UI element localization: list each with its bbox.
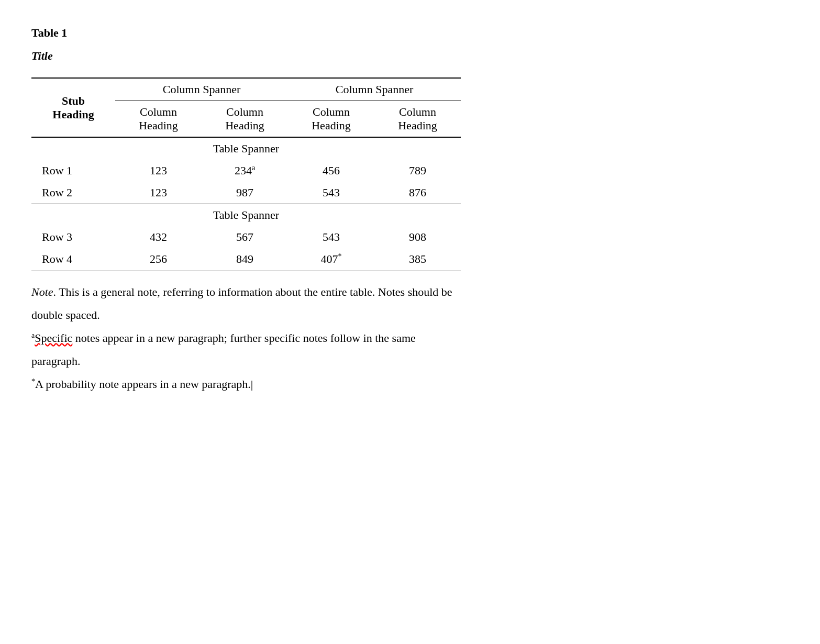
probability-note: *A probability note appears in a new par… bbox=[31, 373, 461, 396]
table-spanner-2: Table Spanner bbox=[31, 204, 461, 227]
row-2-col1: 123 bbox=[115, 182, 202, 204]
specific-note-rest: notes appear in a new paragraph; further… bbox=[31, 331, 416, 368]
row-3-col2: 567 bbox=[202, 226, 288, 248]
general-note-text: . This is a general note, referring to i… bbox=[31, 285, 452, 321]
main-table: StubHeading Column Spanner Column Spanne… bbox=[31, 77, 461, 271]
specific-note-text: Specific bbox=[35, 331, 72, 345]
note-label: Note bbox=[31, 285, 53, 298]
row-2-col2: 987 bbox=[202, 182, 288, 204]
table-row: Row 2 123 987 543 876 bbox=[31, 182, 461, 204]
row-2-col3: 543 bbox=[288, 182, 374, 204]
table-row: Row 3 432 567 543 908 bbox=[31, 226, 461, 248]
row-1-col3: 456 bbox=[288, 160, 374, 182]
col-head-3: ColumnHeading bbox=[288, 101, 374, 138]
col-spanner-1: Column Spanner bbox=[115, 78, 288, 101]
row-4-col4: 385 bbox=[374, 248, 461, 271]
table-spanner-1: Table Spanner bbox=[31, 137, 461, 160]
row-3-col1: 432 bbox=[115, 226, 202, 248]
general-note: Note. This is a general note, referring … bbox=[31, 281, 461, 327]
table-label: Table 1 bbox=[31, 26, 789, 40]
col-head-1: ColumnHeading bbox=[115, 101, 202, 138]
row-2-col4: 876 bbox=[374, 182, 461, 204]
table-spanner-2-row: Table Spanner bbox=[31, 204, 461, 227]
row-4-col3: 407* bbox=[288, 248, 374, 271]
table-row: Row 4 256 849 407* 385 bbox=[31, 248, 461, 271]
probability-note-sup: * bbox=[31, 377, 35, 385]
row-4-stub: Row 4 bbox=[31, 248, 115, 271]
table-spanner-1-row: Table Spanner bbox=[31, 137, 461, 160]
superscript-a: a bbox=[252, 164, 255, 172]
table-title: Title bbox=[31, 49, 789, 63]
text-cursor bbox=[251, 377, 253, 391]
superscript-asterisk: * bbox=[338, 252, 342, 260]
row-4-col2: 849 bbox=[202, 248, 288, 271]
row-1-col1: 123 bbox=[115, 160, 202, 182]
row-4-col1: 256 bbox=[115, 248, 202, 271]
table-row: Row 1 123 234a 456 789 bbox=[31, 160, 461, 182]
col-spanner-2: Column Spanner bbox=[288, 78, 461, 101]
row-3-col4: 908 bbox=[374, 226, 461, 248]
row-2-stub: Row 2 bbox=[31, 182, 115, 204]
row-1-col4: 789 bbox=[374, 160, 461, 182]
row-1-col2: 234a bbox=[202, 160, 288, 182]
row-3-stub: Row 3 bbox=[31, 226, 115, 248]
col-head-4: ColumnHeading bbox=[374, 101, 461, 138]
stub-heading-cell: StubHeading bbox=[31, 78, 115, 137]
row-1-stub: Row 1 bbox=[31, 160, 115, 182]
row-3-col3: 543 bbox=[288, 226, 374, 248]
notes-section: Note. This is a general note, referring … bbox=[31, 281, 461, 396]
col-head-2: ColumnHeading bbox=[202, 101, 288, 138]
spanner-header-row: StubHeading Column Spanner Column Spanne… bbox=[31, 78, 461, 101]
probability-note-text: A probability note appears in a new para… bbox=[35, 377, 251, 391]
specific-note: aSpecific notes appear in a new paragrap… bbox=[31, 327, 461, 373]
